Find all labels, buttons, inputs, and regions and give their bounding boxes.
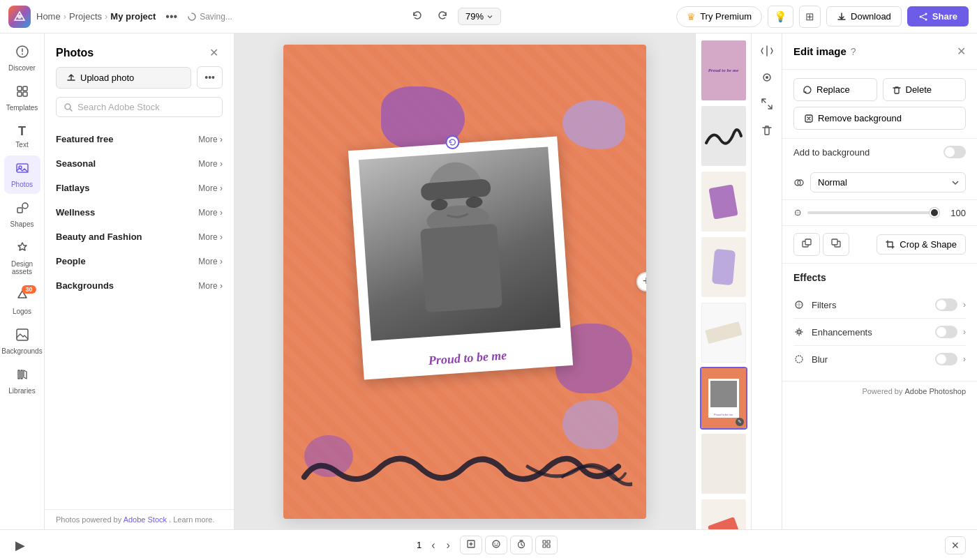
svg-rect-40 bbox=[543, 540, 546, 543]
thumbnail-1[interactable]: Proud to be me bbox=[700, 39, 747, 102]
page-prev-button[interactable]: ‹ bbox=[427, 538, 439, 553]
bottom-right: ✕ bbox=[945, 536, 966, 554]
undo-button[interactable] bbox=[408, 6, 427, 28]
templates-label: Templates bbox=[6, 104, 38, 112]
breadcrumb-projects[interactable]: Projects bbox=[69, 11, 102, 22]
add-page-button[interactable] bbox=[460, 536, 482, 554]
sidebar-item-design-assets[interactable]: Design assets bbox=[4, 235, 40, 281]
delete-action-button[interactable]: Delete bbox=[883, 78, 967, 101]
grid-button[interactable]: ⊞ bbox=[799, 6, 821, 28]
crop-icon bbox=[886, 240, 895, 250]
text-label: Text bbox=[15, 141, 28, 149]
bring-forward-button[interactable] bbox=[823, 233, 849, 256]
app-logo[interactable] bbox=[8, 6, 31, 28]
enhancements-expand-button[interactable]: › bbox=[963, 327, 966, 337]
upload-more-options-button[interactable]: ••• bbox=[197, 66, 223, 89]
edit-panel-close-button[interactable]: ✕ bbox=[957, 45, 966, 58]
sidebar-item-text[interactable]: T Text bbox=[4, 119, 40, 154]
sidebar-item-shapes[interactable]: Shapes bbox=[4, 195, 40, 234]
wellness-more[interactable]: More › bbox=[198, 208, 223, 218]
flatlays-more[interactable]: More › bbox=[198, 183, 223, 193]
grid-view-button[interactable] bbox=[535, 536, 558, 554]
breadcrumb-home[interactable]: Home bbox=[36, 11, 61, 22]
blur-expand-button[interactable]: › bbox=[963, 354, 966, 364]
filters-toggle[interactable] bbox=[935, 298, 957, 311]
opacity-slider[interactable] bbox=[807, 211, 939, 214]
replace-button[interactable]: Replace bbox=[793, 78, 877, 101]
sidebar-item-logos[interactable]: Logos 30 bbox=[4, 282, 40, 321]
resize-button[interactable] bbox=[755, 92, 779, 116]
filters-expand-button[interactable]: › bbox=[963, 300, 966, 310]
download-button[interactable]: Download bbox=[826, 6, 902, 27]
sidebar-item-photos[interactable]: Photos bbox=[4, 156, 40, 194]
photos-panel-close-button[interactable]: ✕ bbox=[205, 45, 223, 61]
seasonal-more[interactable]: More › bbox=[198, 159, 223, 169]
wellness-header: Wellness More › bbox=[56, 207, 223, 218]
edit-panel-help-button[interactable]: ? bbox=[851, 46, 856, 57]
beauty-fashion-title: Beauty and Fashion bbox=[56, 232, 142, 242]
thumbnail-4[interactable] bbox=[700, 236, 747, 298]
send-back-button[interactable] bbox=[793, 233, 820, 256]
sidebar-item-backgrounds[interactable]: Backgrounds bbox=[4, 322, 40, 361]
canvas-mockup[interactable]: Proud to be me + bbox=[283, 45, 646, 519]
crown-icon: ♛ bbox=[687, 11, 696, 22]
topbar-center: 79% bbox=[238, 6, 671, 28]
enhancements-toggle[interactable] bbox=[935, 326, 957, 338]
share-button[interactable]: Share bbox=[907, 6, 969, 27]
blur-label: Blur bbox=[812, 354, 828, 365]
play-button[interactable]: ▶ bbox=[11, 535, 29, 556]
redo-button[interactable] bbox=[433, 6, 452, 28]
page-next-button[interactable]: › bbox=[442, 538, 454, 553]
add-to-bg-toggle[interactable] bbox=[944, 146, 966, 158]
thumbnail-7[interactable] bbox=[700, 432, 747, 495]
design-assets-label: Design assets bbox=[7, 260, 38, 275]
lightbulb-button[interactable]: 💡 bbox=[768, 6, 793, 28]
canvas-area[interactable]: Proud to be me + bbox=[234, 33, 695, 529]
saving-icon bbox=[187, 12, 197, 22]
thumbnail-6[interactable]: Proud to be me ✎ bbox=[700, 367, 747, 430]
zoom-button[interactable]: 79% bbox=[458, 8, 501, 25]
remove-background-button[interactable]: Remove background bbox=[793, 107, 966, 130]
thumbnail-2[interactable] bbox=[700, 105, 747, 167]
try-premium-button[interactable]: ♛ Try Premium bbox=[676, 6, 762, 27]
upload-photo-button[interactable]: Upload photo bbox=[56, 67, 191, 89]
sidebar-item-libraries[interactable]: Libraries bbox=[4, 362, 40, 400]
blend-mode-select[interactable]: Normal Multiply Screen Overlay Darken Li… bbox=[810, 172, 966, 192]
delete-button[interactable] bbox=[755, 119, 779, 142]
backgrounds-section-header: Backgrounds More › bbox=[56, 280, 223, 291]
thumbnail-5[interactable] bbox=[700, 301, 747, 364]
adobe-stock-link[interactable]: Adobe Stock bbox=[124, 515, 167, 524]
flatlays-header: Flatlays More › bbox=[56, 183, 223, 193]
more-options-button[interactable]: ••• bbox=[161, 8, 181, 26]
backgrounds-section-more[interactable]: More › bbox=[198, 281, 223, 291]
enhancements-left: Enhancements bbox=[793, 326, 872, 338]
focus-button[interactable] bbox=[755, 66, 779, 89]
polaroid-frame[interactable]: Proud to be me bbox=[348, 136, 573, 379]
grid-view-icon bbox=[542, 539, 551, 549]
svg-rect-9 bbox=[23, 92, 27, 96]
beauty-fashion-header: Beauty and Fashion More › bbox=[56, 232, 223, 242]
thumbnail-8[interactable] bbox=[700, 498, 747, 529]
flatlays-title: Flatlays bbox=[56, 183, 89, 193]
person-silhouette bbox=[377, 148, 543, 340]
sidebar-item-templates[interactable]: Templates bbox=[4, 79, 40, 117]
blur-toggle[interactable] bbox=[935, 353, 957, 365]
thumbnail-3[interactable] bbox=[700, 170, 747, 233]
flip-button[interactable] bbox=[755, 39, 779, 63]
beauty-fashion-more[interactable]: More › bbox=[198, 232, 223, 242]
crop-shape-button[interactable]: Crop & Shape bbox=[877, 234, 966, 255]
timer-button[interactable] bbox=[510, 536, 532, 554]
close-bottom-button[interactable]: ✕ bbox=[945, 536, 966, 554]
replace-label: Replace bbox=[816, 84, 850, 95]
photos-panel-header: Photos ✕ bbox=[45, 33, 234, 66]
sidebar-item-discover[interactable]: Discover bbox=[4, 39, 40, 77]
backgrounds-label: Backgrounds bbox=[1, 347, 42, 355]
filters-label: Filters bbox=[812, 300, 836, 310]
featured-free-more[interactable]: More › bbox=[198, 135, 223, 144]
enhancements-icon bbox=[793, 326, 805, 338]
search-input[interactable] bbox=[77, 102, 215, 112]
emoji-button[interactable] bbox=[485, 536, 507, 554]
opacity-row: 100 bbox=[793, 207, 966, 218]
svg-point-3 bbox=[925, 18, 927, 20]
people-more[interactable]: More › bbox=[198, 257, 223, 266]
